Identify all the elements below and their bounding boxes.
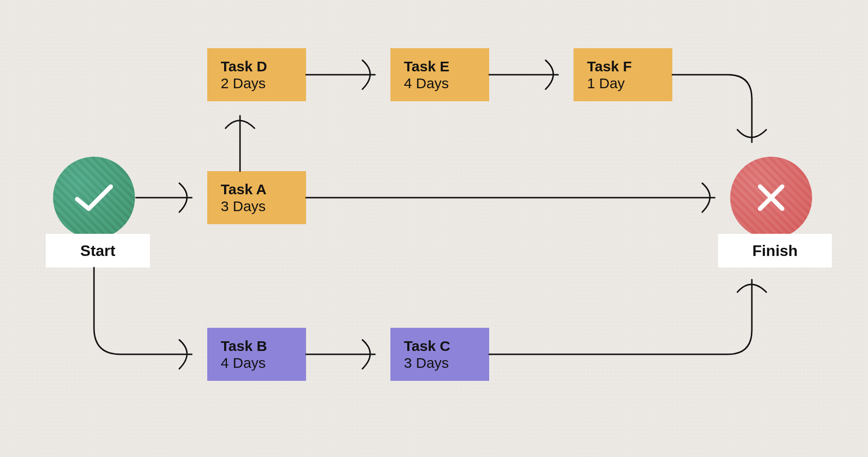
edge-a-finish-head [702, 183, 710, 212]
task-a-title: Task A [221, 181, 267, 197]
task-b-title: Task B [221, 338, 267, 354]
task-b-duration: 4 Days [221, 355, 266, 371]
task-c-title: Task C [404, 338, 450, 354]
edge-c-finish-head [737, 284, 766, 292]
task-f-title: Task F [587, 58, 632, 74]
start-label-text: Start [80, 242, 116, 260]
finish-label: Finish [718, 234, 832, 268]
task-d-box: Task D 2 Days [207, 48, 306, 101]
task-e-duration: 4 Days [404, 75, 449, 91]
diagram-canvas: Start Finish Task A 3 Days Task D 2 Days… [0, 0, 868, 457]
task-d-duration: 2 Days [221, 75, 266, 91]
edge-d-e-head [362, 60, 370, 89]
edge-start-a-head [179, 183, 187, 212]
task-a-box: Task A 3 Days [207, 171, 306, 224]
edge-start-b [94, 268, 192, 354]
task-e-box: Task E 4 Days [390, 48, 489, 101]
edge-e-f-head [546, 60, 553, 89]
edge-start-b-head [179, 340, 187, 369]
edge-c-finish [489, 280, 752, 354]
finish-label-text: Finish [752, 242, 798, 260]
start-node [53, 157, 135, 239]
task-c-box: Task C 3 Days [390, 328, 489, 381]
task-a-duration: 3 Days [221, 198, 266, 214]
task-c-duration: 3 Days [404, 355, 449, 371]
task-d-title: Task D [221, 58, 267, 74]
task-b-box: Task B 4 Days [207, 328, 306, 381]
task-e-title: Task E [404, 58, 450, 74]
edge-f-finish [672, 75, 752, 142]
edge-f-finish-head [737, 130, 766, 137]
check-icon [72, 181, 116, 215]
edge-b-c-head [362, 340, 370, 369]
task-f-duration: 1 Day [587, 75, 625, 91]
task-f-box: Task F 1 Day [574, 48, 672, 101]
cross-icon [754, 181, 788, 215]
finish-node [730, 157, 812, 239]
edge-a-d-head [226, 121, 254, 128]
start-label: Start [46, 234, 150, 268]
